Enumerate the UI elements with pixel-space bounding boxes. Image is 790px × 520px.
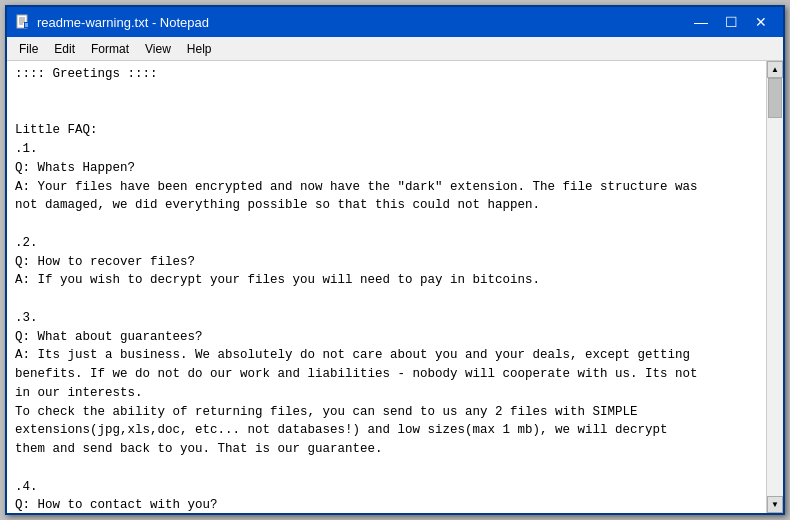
scroll-up-button[interactable]: ▲ [767, 61, 783, 78]
content-area: :::: Greetings :::: Little FAQ: .1. Q: W… [7, 61, 783, 513]
menu-help[interactable]: Help [179, 40, 220, 58]
content-wrapper: :::: Greetings :::: Little FAQ: .1. Q: W… [7, 61, 766, 513]
title-bar-left: readme-warning.txt - Notepad [15, 14, 209, 30]
window-title: readme-warning.txt - Notepad [37, 15, 209, 30]
notepad-icon [15, 14, 31, 30]
svg-rect-5 [24, 22, 29, 28]
menu-format[interactable]: Format [83, 40, 137, 58]
minimize-button[interactable]: — [687, 11, 715, 33]
scrollbar[interactable]: ▲ ▼ [766, 61, 783, 513]
notepad-window: readme-warning.txt - Notepad — ☐ ✕ File … [5, 5, 785, 515]
scroll-thumb[interactable] [768, 78, 782, 118]
menu-edit[interactable]: Edit [46, 40, 83, 58]
close-button[interactable]: ✕ [747, 11, 775, 33]
maximize-button[interactable]: ☐ [717, 11, 745, 33]
title-bar-controls: — ☐ ✕ [687, 11, 775, 33]
menu-view[interactable]: View [137, 40, 179, 58]
scroll-down-button[interactable]: ▼ [767, 496, 783, 513]
text-content[interactable]: :::: Greetings :::: Little FAQ: .1. Q: W… [7, 61, 766, 513]
menu-bar: File Edit Format View Help [7, 37, 783, 61]
menu-file[interactable]: File [11, 40, 46, 58]
title-bar: readme-warning.txt - Notepad — ☐ ✕ [7, 7, 783, 37]
scroll-track[interactable] [767, 78, 783, 496]
